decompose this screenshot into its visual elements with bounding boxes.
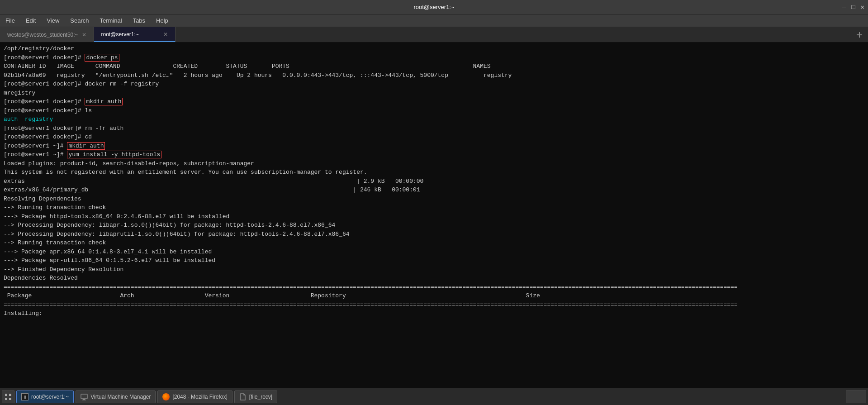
terminal-line: [root@server1 docker]# cd — [4, 133, 864, 142]
terminal-line: [root@server1 docker]# mkdir auth — [4, 97, 864, 106]
terminal-line: --> Processing Dependency: libapr-1.so.0… — [4, 221, 864, 230]
highlighted-command: mkdir auth — [85, 98, 123, 105]
terminal-line: ========================================… — [4, 283, 864, 292]
terminal-line: Resolving Dependencies — [4, 195, 864, 204]
terminal-icon: ▮ — [21, 393, 28, 400]
terminal-line: Dependencies Resolved — [4, 274, 864, 283]
terminal-line: ---> Package apr-util.x86_64 0:1.5.2-6.e… — [4, 256, 864, 265]
menu-view[interactable]: View — [45, 16, 61, 25]
svg-rect-5 — [82, 400, 86, 400]
terminal-line: --> Processing Dependency: libaprutil-1.… — [4, 230, 864, 239]
terminal-line: auth registry — [4, 115, 864, 124]
terminal-line: extras/x86_64/primary_db | 246 kB 00:00:… — [4, 186, 864, 195]
terminal-line: [root@server1 docker]# ls — [4, 106, 864, 115]
vm-icon — [81, 393, 88, 400]
svg-rect-2 — [5, 398, 7, 400]
terminal-line: [root@server1 docker]# rm -fr auth — [4, 124, 864, 133]
svg-rect-0 — [5, 394, 7, 396]
terminal-line: --> Finished Dependency Resolution — [4, 265, 864, 274]
terminal-line: --> Running transaction check — [4, 203, 864, 212]
close-button[interactable]: ✕ — [861, 3, 864, 11]
terminal-line: This system is not registered with an en… — [4, 168, 864, 177]
tab-westos-label: westos@westos_student50:~ — [7, 32, 78, 38]
taskbar-virt-manager[interactable]: Virtual Machine Manager — [76, 391, 156, 403]
window-controls: ─ □ ✕ — [842, 3, 864, 11]
tab-root-label: root@server1:~ — [101, 31, 139, 38]
tab-root[interactable]: root@server1:~ ✕ — [94, 27, 175, 42]
terminal-line: extras | 2.9 kB 00:00:00 — [4, 177, 864, 186]
svg-rect-4 — [81, 394, 87, 399]
menu-file[interactable]: File — [4, 16, 17, 25]
terminal-line: CONTAINER ID IMAGE COMMAND CREATED STATU… — [4, 62, 864, 71]
tab-westos[interactable]: westos@westos_student50:~ ✕ — [0, 27, 94, 42]
terminal-line: [root@server1 ~]# yum install -y httpd-t… — [4, 150, 864, 159]
terminal-line: Package Arch Version Repository Size — [4, 291, 864, 300]
terminal-line: Installing: — [4, 309, 864, 318]
terminal-line: [root@server1 docker]# docker ps — [4, 53, 864, 62]
tab-add-button[interactable] — [851, 27, 868, 42]
apps-grid-button[interactable] — [2, 391, 14, 403]
terminal-line: ========================================… — [4, 300, 864, 310]
taskbar-firefox-label: [2048 - Mozilla Firefox] — [172, 394, 227, 400]
firefox-icon — [162, 393, 170, 400]
menu-tabs[interactable]: Tabs — [131, 16, 147, 25]
tab-westos-close[interactable]: ✕ — [82, 32, 86, 38]
terminal-content[interactable]: /opt/registry/docker[root@server1 docker… — [0, 43, 868, 388]
highlighted-command: mkdir auth — [67, 142, 105, 150]
svg-rect-3 — [9, 398, 11, 400]
terminal-line: [root@server1 docker]# docker rm -f regi… — [4, 80, 864, 89]
terminal-line: [root@server1 ~]# mkdir auth — [4, 142, 864, 151]
taskbar-file-label: [file_recv] — [249, 394, 272, 400]
tab-bar: westos@westos_student50:~ ✕ root@server1… — [0, 27, 868, 43]
title-bar: root@server1:~ ─ □ ✕ — [0, 0, 868, 14]
taskbar-terminal-label: root@server1:~ — [31, 394, 69, 400]
highlighted-command: yum install -y httpd-tools — [67, 151, 161, 158]
window-title: root@server1:~ — [413, 4, 454, 10]
taskbar-firefox[interactable]: [2048 - Mozilla Firefox] — [157, 391, 232, 403]
terminal-line: --> Running transaction check — [4, 238, 864, 248]
maximize-button[interactable]: □ — [851, 4, 855, 11]
taskbar-vm-label: Virtual Machine Manager — [90, 394, 151, 400]
taskbar-right — [846, 391, 866, 403]
minimize-button[interactable]: ─ — [842, 4, 846, 11]
menu-bar: File Edit View Search Terminal Tabs Help — [0, 14, 868, 27]
terminal-line: /opt/registry/docker — [4, 44, 864, 53]
terminal-line: Loaded plugins: product-id, search-disab… — [4, 159, 864, 168]
terminal-line: ---> Package httpd-tools.x86_64 0:2.4.6-… — [4, 212, 864, 221]
menu-edit[interactable]: Edit — [24, 16, 38, 25]
terminal-line: ---> Package apr.x86_64 0:1.4.8-3.el7_4.… — [4, 248, 864, 257]
taskbar-file-recv[interactable]: [file_recv] — [234, 391, 277, 403]
menu-search[interactable]: Search — [68, 16, 90, 25]
taskbar-terminal[interactable]: ▮ root@server1:~ — [16, 391, 74, 403]
tab-root-close[interactable]: ✕ — [163, 31, 168, 38]
terminal-line: mregistry — [4, 89, 864, 98]
taskbar: ▮ root@server1:~ Virtual Machine Manager… — [0, 388, 868, 405]
menu-help[interactable]: Help — [154, 16, 170, 25]
file-icon — [239, 393, 247, 400]
terminal-line: 02b1b47a8a69 registry "/entrypoint.sh /e… — [4, 71, 864, 80]
taskbar-right-empty — [846, 391, 866, 403]
svg-rect-6 — [83, 399, 85, 400]
svg-rect-1 — [9, 394, 11, 396]
highlighted-command: docker ps — [85, 54, 119, 62]
menu-terminal[interactable]: Terminal — [98, 16, 124, 25]
